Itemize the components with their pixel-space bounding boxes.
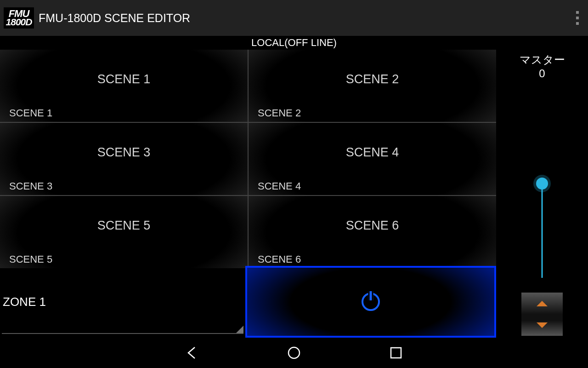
back-icon xyxy=(185,345,199,360)
scene-grid: SCENE 1 SCENE 1 SCENE 2 SCENE 2 SCENE 3 … xyxy=(0,50,496,268)
nav-back-button[interactable] xyxy=(182,343,202,362)
connection-status: LOCAL(OFF LINE) xyxy=(0,36,588,50)
app-title: FMU-1800D SCENE EDITOR xyxy=(39,12,572,25)
master-panel: マスター 0 xyxy=(496,50,588,338)
slider-thumb[interactable] xyxy=(536,178,548,190)
scene-panel: SCENE 1 SCENE 1 SCENE 2 SCENE 2 SCENE 3 … xyxy=(0,50,496,338)
stage: SCENE 1 SCENE 1 SCENE 2 SCENE 2 SCENE 3 … xyxy=(0,50,588,338)
overflow-menu-button[interactable] xyxy=(572,7,582,29)
scene-button-4[interactable]: SCENE 4 SCENE 4 xyxy=(249,123,496,195)
system-nav-bar xyxy=(0,338,588,368)
master-slider[interactable] xyxy=(536,89,548,278)
slider-fill xyxy=(542,184,543,278)
scene-button-5[interactable]: SCENE 5 SCENE 5 xyxy=(0,196,248,268)
scene-sub: SCENE 4 xyxy=(258,180,301,192)
power-button[interactable] xyxy=(245,266,496,338)
scene-title: SCENE 3 xyxy=(97,145,151,160)
scene-title: SCENE 5 xyxy=(97,218,151,233)
app-icon: FMU 1800D xyxy=(4,7,34,29)
nav-recent-button[interactable] xyxy=(386,343,406,362)
scene-button-3[interactable]: SCENE 3 SCENE 3 xyxy=(0,123,248,195)
nav-home-button[interactable] xyxy=(284,343,304,362)
scene-sub: SCENE 2 xyxy=(258,107,301,119)
svg-point-0 xyxy=(288,347,300,358)
scene-sub: SCENE 3 xyxy=(9,180,52,192)
svg-rect-1 xyxy=(391,348,401,358)
scene-sub: SCENE 5 xyxy=(9,253,52,265)
scene-title: SCENE 4 xyxy=(346,145,399,160)
zone-row: ZONE 1 xyxy=(0,266,496,338)
master-label: マスター xyxy=(496,52,588,67)
chevron-down-icon xyxy=(537,322,548,328)
app-icon-text-2: 1800D xyxy=(6,18,32,27)
scene-button-1[interactable]: SCENE 1 SCENE 1 xyxy=(0,50,248,122)
master-step-down[interactable] xyxy=(521,314,563,336)
dots-icon xyxy=(576,11,579,14)
scene-button-2[interactable]: SCENE 2 SCENE 2 xyxy=(249,50,496,122)
scene-button-6[interactable]: SCENE 6 SCENE 6 xyxy=(249,196,496,268)
scene-title: SCENE 1 xyxy=(97,72,151,86)
scene-sub: SCENE 6 xyxy=(258,253,301,265)
master-stepper xyxy=(521,293,563,336)
scene-title: SCENE 6 xyxy=(346,218,399,233)
power-icon xyxy=(362,293,380,311)
master-step-up[interactable] xyxy=(521,293,563,314)
chevron-up-icon xyxy=(537,301,548,306)
master-value: 0 xyxy=(496,67,588,80)
dropdown-icon xyxy=(235,326,243,334)
home-icon xyxy=(287,346,301,360)
action-bar: FMU 1800D FMU-1800D SCENE EDITOR xyxy=(0,0,588,36)
zone-select-value: ZONE 1 xyxy=(3,295,46,309)
scene-title: SCENE 2 xyxy=(346,72,399,86)
recent-icon xyxy=(390,347,402,359)
zone-select[interactable]: ZONE 1 xyxy=(0,266,245,338)
scene-sub: SCENE 1 xyxy=(9,107,52,119)
